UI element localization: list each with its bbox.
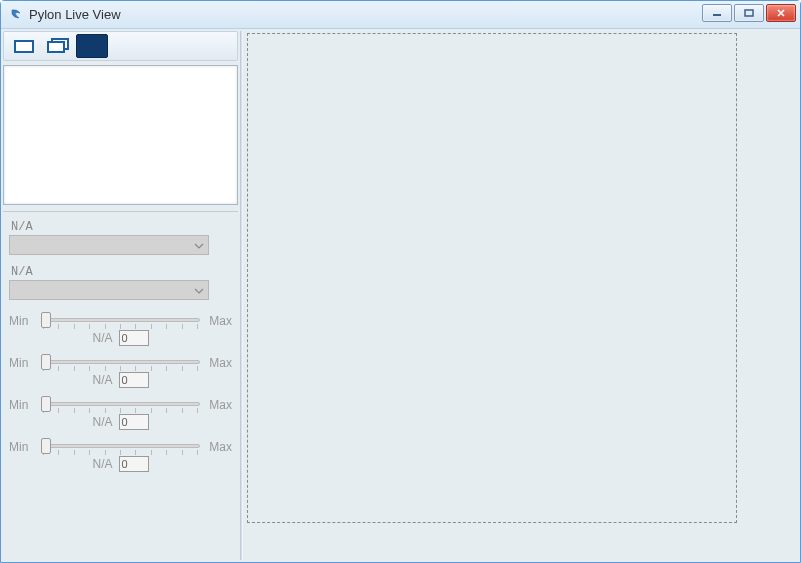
sidebar: N/A N/A bbox=[3, 31, 238, 560]
window-controls bbox=[702, 4, 796, 22]
maximize-button[interactable] bbox=[734, 4, 764, 22]
slider-thumb[interactable] bbox=[41, 354, 51, 370]
slider-min-label: Min bbox=[9, 440, 35, 454]
splitter[interactable] bbox=[240, 31, 243, 560]
app-icon bbox=[9, 8, 23, 22]
slider-block-1: Min Max N/A 0 bbox=[9, 352, 232, 388]
slider-min-label: Min bbox=[9, 398, 35, 412]
combo-group-0: N/A bbox=[9, 220, 232, 255]
slider-value-row: N/A 0 bbox=[9, 372, 232, 388]
slider-block-3: Min Max N/A 0 bbox=[9, 436, 232, 472]
combo-label: N/A bbox=[9, 265, 232, 279]
slider-block-0: Min Max N/A 0 bbox=[9, 310, 232, 346]
slider-row: Min Max bbox=[9, 394, 232, 416]
slider-value-input[interactable]: 0 bbox=[119, 372, 149, 388]
slider-min-label: Min bbox=[9, 314, 35, 328]
chevron-down-icon bbox=[194, 285, 204, 296]
live-solid-button[interactable] bbox=[76, 34, 108, 58]
slider-max-label: Max bbox=[206, 440, 232, 454]
slider-value-input[interactable]: 0 bbox=[119, 330, 149, 346]
slider-value-row: N/A 0 bbox=[9, 414, 232, 430]
combo-select-0[interactable] bbox=[9, 235, 209, 255]
window-title: Pylon Live View bbox=[29, 7, 121, 22]
svg-rect-1 bbox=[745, 10, 753, 16]
slider-unit-label: N/A bbox=[92, 457, 112, 471]
slider-thumb[interactable] bbox=[41, 438, 51, 454]
combo-select-1[interactable] bbox=[9, 280, 209, 300]
single-frame-button[interactable] bbox=[8, 34, 40, 58]
slider-max-label: Max bbox=[206, 314, 232, 328]
client-area: N/A N/A bbox=[1, 29, 800, 562]
image-frame[interactable] bbox=[247, 33, 737, 523]
slider-value-input[interactable]: 0 bbox=[119, 456, 149, 472]
slider-thumb[interactable] bbox=[41, 312, 51, 328]
slider-max-label: Max bbox=[206, 356, 232, 370]
slider-thumb[interactable] bbox=[41, 396, 51, 412]
slider-value-input[interactable]: 0 bbox=[119, 414, 149, 430]
svg-rect-0 bbox=[713, 14, 721, 16]
slider-unit-label: N/A bbox=[92, 373, 112, 387]
slider-value-row: N/A 0 bbox=[9, 456, 232, 472]
titlebar[interactable]: Pylon Live View bbox=[1, 1, 800, 29]
slider-min-label: Min bbox=[9, 356, 35, 370]
svg-rect-2 bbox=[15, 41, 33, 52]
controls-panel: N/A N/A bbox=[3, 211, 238, 560]
slider-row: Min Max bbox=[9, 310, 232, 332]
slider-block-2: Min Max N/A 0 bbox=[9, 394, 232, 430]
combo-group-1: N/A bbox=[9, 265, 232, 300]
slider-unit-label: N/A bbox=[92, 415, 112, 429]
minimize-button[interactable] bbox=[702, 4, 732, 22]
preview-thumbnail[interactable] bbox=[3, 65, 238, 205]
slider-1[interactable] bbox=[41, 352, 200, 374]
multi-frame-button[interactable] bbox=[42, 34, 74, 58]
slider-value-row: N/A 0 bbox=[9, 330, 232, 346]
chevron-down-icon bbox=[194, 240, 204, 251]
app-window: Pylon Live View bbox=[0, 0, 801, 563]
slider-3[interactable] bbox=[41, 436, 200, 458]
slider-2[interactable] bbox=[41, 394, 200, 416]
combo-label: N/A bbox=[9, 220, 232, 234]
slider-0[interactable] bbox=[41, 310, 200, 332]
slider-unit-label: N/A bbox=[92, 331, 112, 345]
main-view bbox=[245, 31, 798, 560]
svg-rect-4 bbox=[48, 42, 64, 52]
slider-row: Min Max bbox=[9, 352, 232, 374]
slider-max-label: Max bbox=[206, 398, 232, 412]
view-mode-toolbar bbox=[3, 31, 238, 61]
svg-rect-5 bbox=[84, 39, 100, 53]
close-button[interactable] bbox=[766, 4, 796, 22]
slider-row: Min Max bbox=[9, 436, 232, 458]
